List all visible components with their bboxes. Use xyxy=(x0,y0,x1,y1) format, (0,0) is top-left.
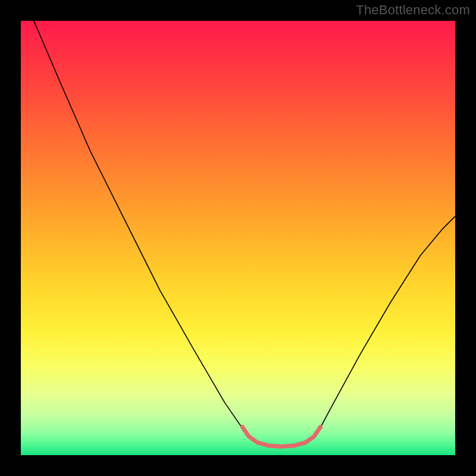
plot-svg xyxy=(21,21,455,455)
gradient-background xyxy=(21,21,455,455)
chart-frame: TheBottleneck.com xyxy=(0,0,476,476)
plot-area xyxy=(21,21,455,455)
watermark-text: TheBottleneck.com xyxy=(356,2,470,18)
